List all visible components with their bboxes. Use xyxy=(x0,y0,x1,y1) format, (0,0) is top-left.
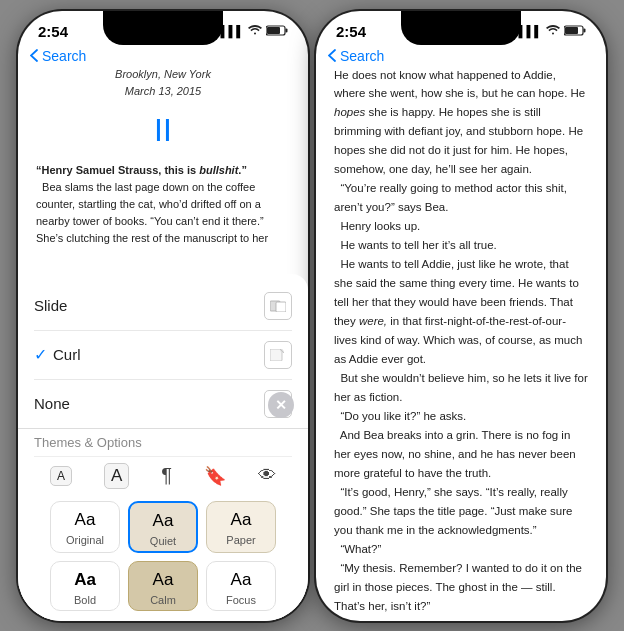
svg-rect-2 xyxy=(267,27,280,34)
back-button-right[interactable]: Search xyxy=(316,44,606,66)
svg-rect-1 xyxy=(286,28,288,32)
notch xyxy=(103,11,223,45)
chapter-num: II xyxy=(36,105,290,156)
theme-calm-preview: Aa xyxy=(153,570,174,590)
theme-focus-preview: Aa xyxy=(231,570,252,590)
right-content: He does not know what happened to Addie,… xyxy=(316,66,606,621)
battery-icon-left xyxy=(266,25,288,38)
svg-rect-8 xyxy=(565,27,578,34)
small-a-button[interactable]: A xyxy=(50,466,72,486)
slide-icon xyxy=(264,292,292,320)
svg-rect-4 xyxy=(276,302,286,312)
theme-quiet[interactable]: Aa Quiet xyxy=(128,501,198,553)
theme-bold-name: Bold xyxy=(74,594,96,606)
time-left: 2:54 xyxy=(38,23,68,40)
transition-slide[interactable]: Slide xyxy=(34,282,292,331)
right-phone: 2:54 ▌▌▌ Search He does not know what ha… xyxy=(316,11,606,621)
battery-icon-right xyxy=(564,25,586,38)
wifi-icon-right xyxy=(546,25,560,38)
back-button-left[interactable]: Search xyxy=(18,44,308,66)
signal-icon-right: ▌▌▌ xyxy=(519,25,542,37)
right-text: He does not know what happened to Addie,… xyxy=(334,66,588,621)
phones-container: 2:54 ▌▌▌ Search Brooklyn, New YorkMarch … xyxy=(10,3,614,629)
dismiss-button[interactable]: ✕ xyxy=(268,392,294,418)
theme-calm-name: Calm xyxy=(150,594,176,606)
curl-icon xyxy=(264,341,292,369)
theme-grid: Aa Original Aa Quiet Aa Paper Aa Bold xyxy=(34,495,292,621)
transition-options: Slide ✓ Curl None — xyxy=(18,274,308,428)
left-phone: 2:54 ▌▌▌ Search Brooklyn, New YorkMarch … xyxy=(18,11,308,621)
svg-rect-7 xyxy=(584,28,586,32)
theme-original-preview: Aa xyxy=(75,510,96,530)
theme-original[interactable]: Aa Original xyxy=(50,501,120,553)
themes-title: Themes & Options xyxy=(34,435,292,450)
book-header: Brooklyn, New YorkMarch 13, 2015 xyxy=(36,66,290,101)
theme-quiet-name: Quiet xyxy=(150,535,176,547)
back-label-left: Search xyxy=(42,48,86,64)
large-a-button[interactable]: A xyxy=(104,463,129,489)
check-icon: ✓ xyxy=(34,345,47,364)
theme-bold[interactable]: Aa Bold xyxy=(50,561,120,611)
transition-slide-label: Slide xyxy=(34,297,264,314)
theme-original-name: Original xyxy=(66,534,104,546)
theme-focus[interactable]: Aa Focus xyxy=(206,561,276,611)
theme-paper[interactable]: Aa Paper xyxy=(206,501,276,553)
themes-section: Themes & Options A A ¶ 🔖 👁 Aa Original xyxy=(18,428,308,621)
book-content: Brooklyn, New YorkMarch 13, 2015 II “Hen… xyxy=(18,66,308,246)
theme-focus-name: Focus xyxy=(226,594,256,606)
theme-quiet-preview: Aa xyxy=(153,511,174,531)
back-label-right: Search xyxy=(340,48,384,64)
eye-button[interactable]: 👁 xyxy=(258,465,276,486)
theme-paper-preview: Aa xyxy=(231,510,252,530)
transition-curl[interactable]: ✓ Curl xyxy=(34,331,292,380)
transition-none-label: None xyxy=(34,395,264,412)
book-text-left: “Henry Samuel Strauss, this is bullshit.… xyxy=(36,162,290,246)
paragraph-button[interactable]: ¶ xyxy=(161,464,172,487)
panel-overlay: Slide ✓ Curl None — xyxy=(18,274,308,621)
bookmark-button[interactable]: 🔖 xyxy=(204,465,226,487)
status-icons-left: ▌▌▌ xyxy=(221,25,288,38)
svg-rect-5 xyxy=(270,349,282,361)
theme-bold-preview: Aa xyxy=(74,570,96,590)
font-toolbar: A A ¶ 🔖 👁 xyxy=(34,456,292,495)
status-icons-right: ▌▌▌ xyxy=(519,25,586,38)
theme-calm[interactable]: Aa Calm xyxy=(128,561,198,611)
theme-paper-name: Paper xyxy=(226,534,255,546)
time-right: 2:54 xyxy=(336,23,366,40)
transition-none[interactable]: None — xyxy=(34,380,292,428)
signal-icon-left: ▌▌▌ xyxy=(221,25,244,37)
notch-right xyxy=(401,11,521,45)
transition-curl-label: Curl xyxy=(53,346,264,363)
wifi-icon-left xyxy=(248,25,262,38)
